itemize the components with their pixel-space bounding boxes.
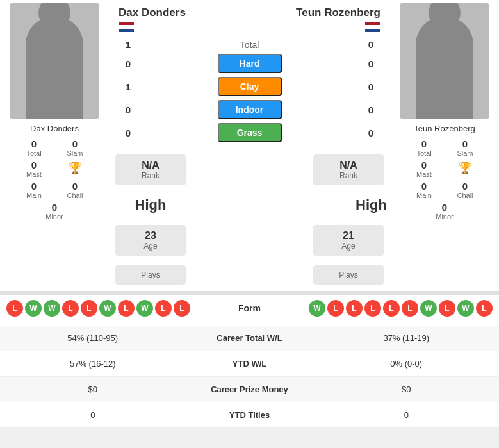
stat-row-0: 54% (110-95)Career Total W/L37% (11-19) (0, 326, 499, 351)
left-trophy-icon: 🏆 (68, 161, 82, 175)
form-badge-w: W (25, 300, 42, 317)
right-info-boxes: N/A Rank High 21 Age Plays (310, 151, 387, 288)
stat-left-2: $0 (0, 377, 186, 402)
right-header-block: Teun Rozenberg (296, 6, 380, 34)
clay-score-right: 0 (361, 81, 380, 92)
left-player-card: Dax Donders 0 Total 0 Slam 0 Mast 🏆 (0, 0, 109, 291)
left-rank-val: N/A (142, 160, 160, 171)
left-form-badges: LWWLLWLWLL (6, 300, 190, 317)
main-container: Dax Donders 0 Total 0 Slam 0 Mast 🏆 (0, 0, 499, 428)
left-avatar-silhouette (26, 16, 83, 119)
total-row: 1 Total 0 (119, 39, 380, 50)
svg-rect-5 (365, 29, 380, 32)
bottom-stats-section: 54% (110-95)Career Total W/L37% (11-19)5… (0, 326, 499, 428)
stat-center-label-2: Career Prize Money (186, 377, 314, 402)
left-mast-value: 0 (31, 160, 37, 170)
right-rank-box: N/A Rank (313, 154, 384, 185)
total-score-right: 0 (361, 39, 380, 50)
left-stat-minor: 0 Minor (35, 202, 74, 220)
form-badge-l: L (174, 300, 190, 317)
left-player-stats: 0 Total 0 Slam 0 Mast 🏆 0 Main (3, 138, 106, 220)
stat-row-3: 0YTD Titles0 (0, 402, 499, 428)
stat-right-3: 0 (314, 402, 500, 427)
form-badge-w: W (136, 300, 153, 317)
left-plays-label: Plays (141, 270, 160, 279)
form-badge-l: L (402, 300, 418, 317)
right-age-val: 21 (343, 230, 354, 242)
right-stat-slam: 0 Slam (446, 138, 484, 157)
total-label: Total (224, 40, 275, 50)
left-info-boxes: N/A Rank High 23 Age Plays (112, 151, 189, 288)
stat-row-1: 57% (16-12)YTD W/L0% (0-0) (0, 351, 499, 377)
svg-rect-2 (119, 29, 134, 32)
form-badge-l: L (439, 300, 455, 317)
right-slam-label: Slam (457, 149, 473, 157)
form-badge-l: L (118, 300, 135, 317)
left-age-label: Age (143, 242, 157, 251)
right-stat-mast: 0 Mast (405, 160, 443, 178)
indoor-badge[interactable]: Indoor (218, 100, 282, 119)
right-flag-svg (365, 22, 380, 32)
left-stat-mast: 0 Mast (15, 160, 53, 178)
left-stat-total: 0 Total (15, 138, 53, 157)
left-high-container: High (112, 192, 189, 219)
clay-badge[interactable]: Clay (218, 77, 282, 96)
form-badge-l: L (6, 300, 23, 317)
left-slam-label: Slam (67, 149, 83, 157)
right-age-label: Age (341, 242, 355, 251)
left-age-val: 23 (145, 230, 156, 242)
right-age-box: 21 Age (313, 225, 384, 256)
stat-center-label-0: Career Total W/L (186, 326, 314, 351)
right-total-label: Total (416, 149, 431, 157)
left-main-value: 0 (31, 181, 37, 192)
left-high-label: High (135, 197, 167, 213)
right-high-label: High (356, 197, 387, 213)
right-mast-value: 0 (421, 160, 427, 170)
right-player-name: Teun Rozenberg (414, 124, 475, 133)
form-badge-l: L (327, 300, 344, 317)
form-badge-w: W (457, 300, 474, 317)
surface-scores-section: 1 Total 0 0 Hard 0 1 Clay 0 (109, 34, 390, 151)
form-badge-l: L (346, 300, 363, 317)
right-stat-main: 0 Main (405, 181, 443, 199)
svg-rect-4 (365, 25, 380, 29)
form-badge-l: L (476, 300, 493, 317)
right-minor-label: Minor (436, 213, 454, 220)
player-names-row: Dax Donders Teun Rozenberg (109, 0, 390, 34)
form-badge-l: L (364, 300, 381, 317)
right-stat-total: 0 Total (405, 138, 443, 157)
right-mast-label: Mast (416, 170, 432, 178)
svg-rect-1 (119, 25, 134, 29)
form-label: Form (238, 303, 261, 313)
hard-score-left: 0 (119, 58, 138, 69)
hard-badge[interactable]: Hard (218, 54, 282, 73)
right-high-container: High (356, 192, 387, 219)
right-rank-label: Rank (339, 171, 357, 180)
info-row: N/A Rank High 23 Age Plays (112, 151, 387, 288)
stat-right-0: 37% (11-19) (314, 326, 500, 351)
left-chall-label: Chall (67, 192, 83, 199)
left-main-label: Main (26, 192, 42, 199)
left-age-box: 23 Age (115, 225, 186, 256)
left-minor-value: 0 (52, 202, 57, 213)
right-main-value: 0 (421, 181, 427, 192)
left-player-avatar (10, 3, 99, 119)
form-badge-w: W (99, 300, 116, 317)
grass-badge[interactable]: Grass (218, 123, 282, 142)
left-mast-label: Mast (26, 170, 42, 178)
indoor-row: 0 Indoor 0 (119, 100, 380, 119)
left-player-name: Dax Donders (30, 124, 79, 133)
left-flag-svg (119, 22, 134, 32)
left-total-label: Total (26, 149, 41, 157)
stat-row-2: $0Career Prize Money$0 (0, 377, 499, 402)
stat-left-1: 57% (16-12) (0, 351, 186, 376)
left-flag (119, 22, 186, 34)
form-badge-w: W (309, 300, 325, 317)
clay-row: 1 Clay 0 (119, 77, 380, 96)
left-header-block: Dax Donders (119, 6, 186, 34)
left-chall-value: 0 (72, 181, 78, 192)
stat-left-3: 0 (0, 402, 186, 427)
right-flag (296, 22, 380, 32)
grass-score-right: 0 (361, 128, 380, 138)
left-rank-box: N/A Rank (115, 154, 186, 185)
